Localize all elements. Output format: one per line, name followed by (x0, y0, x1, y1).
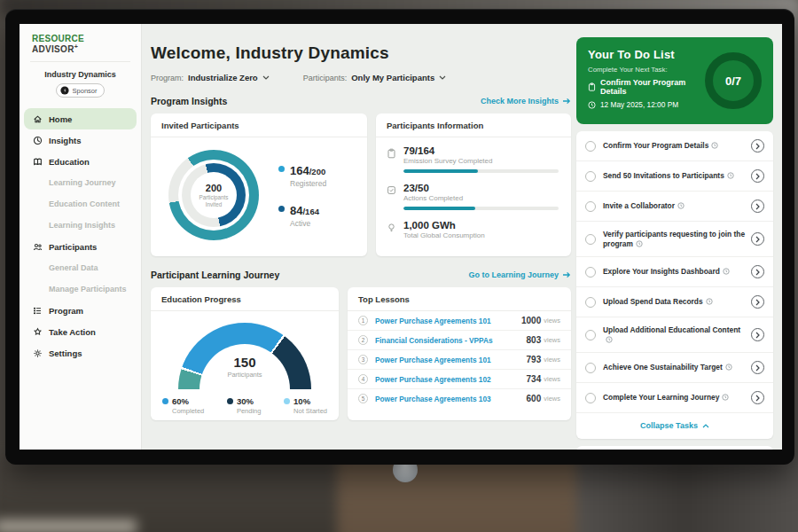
task-checkbox[interactable] (585, 297, 596, 308)
rank-badge: 2 (358, 335, 368, 345)
emission-survey-row: 79/164 Emission Survey Completed (387, 145, 559, 173)
sidebar-item-education-content[interactable]: Education Content (20, 193, 141, 215)
task-open-button[interactable] (751, 200, 764, 213)
sidebar-item-settings[interactable]: Settings (24, 342, 137, 364)
sidebar-item-insights[interactable]: Insights (24, 129, 137, 151)
gauge-center-value: 150 (178, 355, 311, 370)
photo-scene: RESOURCE ADVISOR+ Industry Dynamics Spon… (0, 0, 798, 532)
education-gauge-chart: 150 Participants (178, 323, 311, 390)
legend-completed: 60% Completed (162, 396, 204, 415)
sidebar-item-learning-journey[interactable]: Learning Journey (20, 172, 141, 193)
task-row: Upload Spend Data Records (576, 287, 773, 317)
clock-icon (725, 364, 732, 371)
card-title: Education Progress (151, 287, 339, 311)
task-checkbox[interactable] (585, 141, 596, 152)
clock-icon (636, 240, 643, 247)
actions-progress (403, 207, 559, 210)
insights-cards-row: Invited Participants 200 Participants In… (151, 113, 571, 256)
section-title: Participant Learning Journey (151, 270, 279, 280)
sidebar-item-take-action[interactable]: Take Action (24, 321, 137, 342)
task-open-button[interactable] (751, 391, 764, 404)
rank-badge: 5 (358, 394, 368, 403)
task-checkbox[interactable] (585, 267, 596, 278)
legend-dot (162, 398, 168, 404)
chevron-right-icon (755, 143, 760, 150)
lesson-link[interactable]: Power Purchase Agreements 101 (375, 356, 527, 364)
lesson-row: 1 Power Purchase Agreements 101 1000 vie… (348, 311, 571, 331)
task-checkbox[interactable] (585, 234, 596, 245)
task-checkbox[interactable] (585, 393, 596, 403)
program-filter[interactable]: Program: Industrialize Zero (151, 73, 270, 82)
legend-dot (278, 206, 285, 212)
task-row: Complete Your Learning Journey (576, 383, 773, 413)
clock-icon (706, 298, 713, 305)
sidebar-item-learning-insights[interactable]: Learning Insights (20, 215, 141, 236)
rank-badge: 4 (358, 374, 368, 384)
task-checkbox[interactable] (585, 330, 596, 340)
task-open-button[interactable] (751, 295, 764, 309)
task-open-button[interactable] (751, 265, 764, 278)
todo-progress-ring: 0/7 (705, 52, 762, 109)
home-icon (33, 114, 43, 124)
section-title: Program Insights (151, 96, 227, 106)
emission-survey-progress (403, 169, 559, 173)
education-progress-card: Education Progress 150 Participants 60% … (151, 287, 339, 420)
task-open-button[interactable] (751, 169, 764, 183)
chevron-right-icon (755, 203, 760, 210)
lesson-link[interactable]: Power Purchase Agreements 101 (375, 317, 521, 325)
sponsor-icon (60, 86, 69, 95)
sidebar-nav: Home Insights Education Learning Journey… (20, 108, 141, 364)
gear-icon (33, 348, 43, 358)
task-open-button[interactable] (751, 232, 764, 246)
lesson-link[interactable]: Power Purchase Agreements 103 (375, 395, 527, 403)
invited-donut-chart: 200 Participants Invited (168, 150, 259, 240)
top-lessons-card: Top Lessons 1 Power Purchase Agreements … (348, 287, 571, 420)
legend-active: 84/164 Active (278, 202, 326, 228)
gauge-center-label: Participants (178, 371, 311, 379)
task-open-button[interactable] (751, 139, 764, 153)
book-icon (33, 157, 43, 167)
sponsor-badge: Sponsor (56, 83, 106, 98)
task-open-button[interactable] (751, 361, 764, 374)
clock-icon (727, 172, 734, 179)
clock-icon (606, 336, 613, 343)
clock-icon (722, 394, 729, 401)
clock-icon (723, 268, 730, 275)
sidebar-item-program[interactable]: Program (24, 300, 137, 321)
go-to-learning-journey-link[interactable]: Go to Learning Journey (468, 270, 571, 279)
sidebar-item-education[interactable]: Education (24, 151, 137, 172)
sidebar-item-participants[interactable]: Participants (24, 236, 137, 257)
collapse-tasks-link[interactable]: Collapse Tasks (576, 413, 773, 439)
sidebar-item-general-data[interactable]: General Data (20, 257, 141, 278)
lesson-row: 2 Financial Considerations - VPPAs 803 v… (348, 331, 571, 350)
card-title: Top Lessons (348, 287, 571, 311)
lesson-row: 5 Power Purchase Agreements 103 600 view… (348, 389, 571, 408)
list-icon (33, 306, 43, 316)
legend-pending: 30% Pending (227, 396, 262, 415)
chevron-right-icon (755, 236, 760, 243)
participants-filter[interactable]: Participants: Only My Participants (303, 73, 447, 82)
task-open-button[interactable] (751, 328, 764, 341)
participants-information-card: Participants Information 79/164 Emission… (376, 113, 571, 256)
check-more-insights-link[interactable]: Check More Insights (481, 97, 571, 106)
lesson-link[interactable]: Financial Considerations - VPPAs (375, 336, 527, 345)
lightbulb-icon (387, 223, 396, 233)
chevron-down-icon (262, 75, 270, 80)
gauge-legend: 60% Completed 30% Pending 10% Not Starte… (151, 396, 339, 415)
lesson-link[interactable]: Power Purchase Agreements 102 (375, 375, 527, 384)
chevron-right-icon (755, 299, 760, 306)
task-row: Invite a Collaborator (576, 192, 773, 222)
clipboard-icon (387, 148, 396, 159)
clipboard-icon (588, 82, 596, 91)
sidebar-item-home[interactable]: Home (24, 108, 137, 129)
task-checkbox[interactable] (585, 201, 596, 212)
legend-dot (278, 166, 285, 172)
donut-center-label: Participants Invited (196, 194, 231, 208)
org-name: Industry Dynamics (20, 70, 141, 79)
sidebar-item-manage-participants[interactable]: Manage Participants (20, 278, 141, 300)
task-checkbox[interactable] (585, 363, 596, 373)
rank-badge: 3 (358, 355, 368, 364)
task-checkbox[interactable] (585, 171, 596, 182)
learning-journey-header: Participant Learning Journey Go to Learn… (151, 270, 571, 280)
arrow-right-icon (562, 271, 571, 278)
